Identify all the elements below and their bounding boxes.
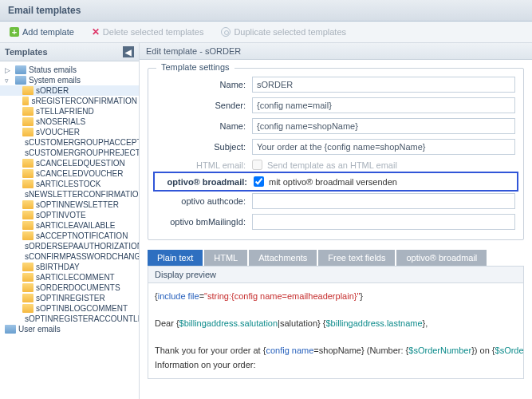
template-item-sOPTINNEWSLETTER[interactable]: sOPTINNEWSLETTER xyxy=(0,200,139,210)
template-item-sBIRTHDAY[interactable]: sBIRTHDAY xyxy=(0,262,139,272)
preview-area[interactable]: {include file="string:{config name=email… xyxy=(148,283,524,379)
plus-icon: + xyxy=(10,27,19,37)
toolbar: + Add template ✕ Delete selected templat… xyxy=(0,22,532,43)
label-mailingid: optivo bmMailingId: xyxy=(156,217,252,227)
tree-label: sCONFIRMPASSWORDCHANGE xyxy=(25,252,139,261)
tree-label: sOPTINVOTE xyxy=(36,211,86,219)
input-sender[interactable] xyxy=(252,97,515,113)
label-html-email: HTML email: xyxy=(156,160,252,170)
template-item-sORDERSEPAAUTHORIZATION[interactable]: sORDERSEPAAUTHORIZATION xyxy=(0,241,139,251)
tab-plain-text[interactable]: Plain text xyxy=(148,250,203,266)
folder-icon xyxy=(22,231,33,240)
template-item-sOPTINREGISTER[interactable]: sOPTINREGISTER xyxy=(0,293,139,303)
editor-tabs: Plain textHTMLAttachmentsFree text field… xyxy=(148,250,524,266)
input-name2[interactable] xyxy=(252,118,515,134)
tree-label: sCANCELEDQUESTION xyxy=(36,159,125,168)
template-item-sOPTINVOTE[interactable]: sOPTINVOTE xyxy=(0,210,139,220)
tree-label: sORDER xyxy=(36,86,69,95)
label-authcode: optivo authcode: xyxy=(156,196,252,206)
template-item-sARTICLEAVAILABLE[interactable]: sARTICLEAVAILABLE xyxy=(0,220,139,231)
expand-icon[interactable]: ▷ xyxy=(5,66,13,74)
tree-label: sCUSTOMERGROUPHACCEPTED xyxy=(25,138,139,147)
folder-icon xyxy=(22,159,33,168)
template-item-sCANCELEDQUESTION[interactable]: sCANCELEDQUESTION xyxy=(0,158,139,168)
label-sender: Sender: xyxy=(156,101,252,110)
duplicate-templates-button[interactable]: Duplicate selected templates xyxy=(216,26,351,38)
template-item-sCANCELEDVOUCHER[interactable]: sCANCELEDVOUCHER xyxy=(0,168,139,179)
tree-label: User emails xyxy=(18,325,61,334)
input-authcode[interactable] xyxy=(252,193,515,209)
tree-label: sTELLAFRIEND xyxy=(36,107,94,116)
templates-tree: ▷Status emails▿System emailssORDERsREGIS… xyxy=(0,61,139,399)
input-subject[interactable] xyxy=(252,139,515,155)
folder-icon xyxy=(22,211,33,219)
checkbox-optivo[interactable]: mit optivo® broadmail versenden xyxy=(254,176,397,187)
folder-icon xyxy=(22,283,33,292)
sidebar-header: Templates ◀ xyxy=(0,43,139,61)
tree-label: sNEWSLETTERCONFIRMATION xyxy=(25,190,139,199)
folder-system-emails[interactable]: ▿System emails xyxy=(0,75,139,85)
template-item-sNOSERIALS[interactable]: sNOSERIALS xyxy=(0,117,139,127)
folder-icon xyxy=(22,117,33,126)
checkbox-optivo-input[interactable] xyxy=(254,176,264,187)
tab-optivo-broadmail[interactable]: optivo® broadmail xyxy=(396,250,487,266)
template-settings-fieldset: Template settings Name: Sender: Name: Su… xyxy=(148,68,524,240)
tree-label: sREGISTERCONFIRMATION xyxy=(31,97,137,105)
tree-label: sARTICLECOMMENT xyxy=(36,273,115,282)
template-item-sNEWSLETTERCONFIRMATION[interactable]: sNEWSLETTERCONFIRMATION xyxy=(0,189,139,200)
tree-label: sOPTINBLOGCOMMENT xyxy=(36,304,128,313)
checkbox-optivo-text: mit optivo® broadmail versenden xyxy=(269,177,397,187)
checkbox-html-text: Send template as an HTML email xyxy=(267,160,397,170)
folder-icon xyxy=(22,180,33,188)
folder-icon xyxy=(22,273,33,282)
folder-blue-icon xyxy=(5,325,16,334)
input-name1[interactable] xyxy=(252,77,515,93)
template-item-sORDER[interactable]: sORDER xyxy=(0,85,139,96)
tab-html[interactable]: HTML xyxy=(204,250,247,266)
delete-templates-button[interactable]: ✕ Delete selected templates xyxy=(87,25,209,39)
folder-user-emails[interactable]: User emails xyxy=(0,324,139,334)
tree-label: sORDERDOCUMENTS xyxy=(36,283,120,292)
folder-blue-icon xyxy=(15,65,26,74)
optivo-highlight: optivo® broadmail: mit optivo® broadmail… xyxy=(153,172,518,192)
sidebar-title: Templates xyxy=(5,47,48,57)
input-mailingid[interactable] xyxy=(252,214,515,230)
folder-icon xyxy=(22,169,33,178)
template-item-sACCEPTNOTIFICATION[interactable]: sACCEPTNOTIFICATION xyxy=(0,231,139,241)
tree-label: Status emails xyxy=(29,65,77,74)
tree-label: sVOUCHER xyxy=(36,128,80,136)
delete-templates-label: Delete selected templates xyxy=(103,27,204,37)
tab-free-text-fields[interactable]: Free text fields xyxy=(318,250,395,266)
folder-icon xyxy=(22,107,33,116)
tree-label: sARTICLEAVAILABLE xyxy=(36,221,116,230)
tree-label: sBIRTHDAY xyxy=(36,263,80,271)
template-item-sARTICLESTOCK[interactable]: sARTICLESTOCK xyxy=(0,179,139,189)
checkbox-html-email: Send template as an HTML email xyxy=(252,160,397,170)
template-item-sORDERDOCUMENTS[interactable]: sORDERDOCUMENTS xyxy=(0,282,139,293)
template-item-sCUSTOMERGROUPHREJECTED[interactable]: sCUSTOMERGROUPHREJECTED xyxy=(0,148,139,158)
add-template-button[interactable]: + Add template xyxy=(5,26,79,38)
tree-label: System emails xyxy=(29,76,81,85)
folder-icon xyxy=(22,200,33,209)
template-item-sREGISTERCONFIRMATION[interactable]: sREGISTERCONFIRMATION xyxy=(0,96,139,106)
template-item-sOPTINBLOGCOMMENT[interactable]: sOPTINBLOGCOMMENT xyxy=(0,303,139,314)
page-title: Email templates xyxy=(0,0,532,22)
tab-attachments[interactable]: Attachments xyxy=(249,250,317,266)
template-item-sTELLAFRIEND[interactable]: sTELLAFRIEND xyxy=(0,106,139,117)
tree-label: sARTICLESTOCK xyxy=(36,180,100,188)
sidebar: Templates ◀ ▷Status emails▿System emails… xyxy=(0,43,140,399)
template-item-sVOUCHER[interactable]: sVOUCHER xyxy=(0,127,139,137)
expand-icon[interactable]: ▿ xyxy=(5,77,13,85)
tree-label: sCUSTOMERGROUPHREJECTED xyxy=(25,148,139,157)
folder-icon xyxy=(22,86,33,95)
template-item-sCONFIRMPASSWORDCHANGE[interactable]: sCONFIRMPASSWORDCHANGE xyxy=(0,251,139,262)
tree-label: sOPTINNEWSLETTER xyxy=(36,200,119,209)
template-item-sCUSTOMERGROUPHACCEPTED[interactable]: sCUSTOMERGROUPHACCEPTED xyxy=(0,137,139,148)
folder-status-emails[interactable]: ▷Status emails xyxy=(0,65,139,75)
collapse-icon[interactable]: ◀ xyxy=(123,46,134,57)
template-item-sOPTINREGISTERACCOUNTLESS[interactable]: sOPTINREGISTERACCOUNTLESS xyxy=(0,314,139,324)
content-panel: Edit template - sORDER Template settings… xyxy=(140,43,532,399)
tree-label: sNOSERIALS xyxy=(36,117,85,126)
template-item-sARTICLECOMMENT[interactable]: sARTICLECOMMENT xyxy=(0,272,139,282)
duplicate-templates-label: Duplicate selected templates xyxy=(234,27,346,37)
